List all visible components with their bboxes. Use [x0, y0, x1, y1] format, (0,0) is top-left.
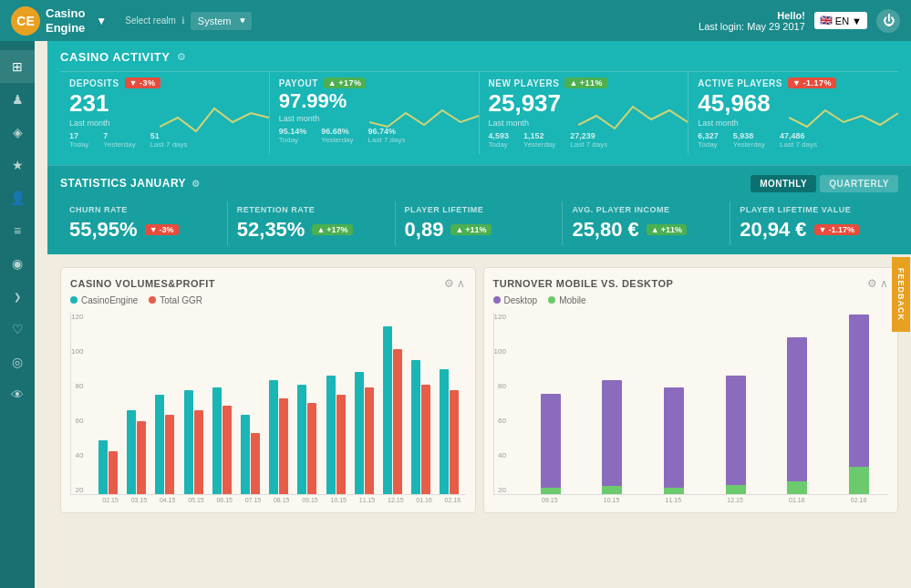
x-label: 09.15: [297, 497, 323, 503]
new-players-today: 4,593 Today: [489, 131, 510, 149]
feedback-tab[interactable]: FEEDBACK: [892, 256, 910, 331]
legend-dot-teal: [70, 296, 78, 304]
bar-green: [849, 467, 869, 494]
lifetime-badge: ▲ +11%: [450, 224, 491, 235]
stat-card-payout: PAYOUT ▲ +17% 97.99% Last month 95.14% T…: [270, 72, 480, 154]
payout-today: 95.14% Today: [279, 127, 307, 144]
new-players-yesterday: 1,152 Yesterday: [523, 131, 555, 149]
bar-red: [421, 385, 430, 494]
bar-group: [127, 410, 152, 494]
power-button[interactable]: ⏻: [876, 9, 900, 33]
sidebar-item-analytics[interactable]: ◉: [0, 247, 35, 280]
flag-icon: 🇬🇧: [820, 15, 833, 26]
sidebar-item-favorites[interactable]: ♡: [0, 313, 35, 346]
metric-avg-income: AVG. PLAYER INCOME 25,80 € ▲ +11%: [563, 201, 730, 245]
bar-purple: [541, 394, 561, 488]
bar-group: [241, 415, 266, 494]
realm-dropdown[interactable]: System: [191, 12, 252, 30]
bar-teal: [297, 385, 306, 494]
bar-red: [109, 451, 118, 494]
nav-right: Hello! Last login: May 29 2017 🇬🇧 EN ▼ ⏻: [699, 9, 900, 33]
bar-red: [137, 421, 146, 494]
realm-select-area: Select realm ℹ System ▼: [125, 12, 251, 30]
retention-badge: ▲ +17%: [312, 224, 352, 235]
bar-purple: [602, 380, 622, 487]
churn-rate-value: 55,95% ▼ -3%: [69, 218, 218, 242]
player-lifetime-value: 0,89 ▲ +11%: [405, 218, 554, 242]
metric-player-lifetime: PLAYER LIFETIME 0,89 ▲ +11%: [396, 201, 564, 245]
bar-stacked: [541, 394, 561, 494]
chart1-controls[interactable]: ⚙ ∧: [444, 277, 465, 290]
x-label: 01.16: [768, 497, 827, 503]
bar-teal: [440, 369, 449, 494]
chart2-controls[interactable]: ⚙ ∧: [867, 277, 888, 290]
x-label: 04.15: [155, 497, 181, 503]
quarterly-button[interactable]: QUARTERLY: [820, 175, 898, 192]
sidebar-item-monitoring[interactable]: ◎: [0, 346, 35, 378]
legend-desktop: Desktop: [493, 295, 538, 305]
deposits-label: DEPOSITS ▼ -3%: [69, 77, 260, 88]
sidebar-item-reports[interactable]: ≡: [0, 214, 35, 247]
legend-casino-engine: CasinoEngine: [70, 295, 138, 305]
realm-wrapper: System ▼: [191, 12, 252, 30]
lang-dropdown-arrow: ▼: [852, 15, 862, 26]
bar-teal: [184, 390, 193, 493]
x-label: 02.16: [829, 497, 888, 503]
logo-dropdown-button[interactable]: ▼: [96, 15, 107, 27]
sidebar-item-expand[interactable]: ❯: [0, 280, 35, 313]
x-label: 07.15: [240, 497, 265, 503]
sidebar-item-promotions[interactable]: ★: [0, 149, 35, 181]
legend-total-ggr: Total GGR: [149, 295, 202, 305]
bar-red: [393, 349, 402, 493]
avg-income-value: 25,80 € ▲ +11%: [572, 218, 720, 242]
bar-group: [768, 313, 827, 494]
statistics-metrics: CHURN RATE 55,95% ▼ -3% RETENTION RATE 5…: [60, 201, 898, 245]
x-label: 11.15: [644, 497, 703, 503]
metric-lifetime-value: PLAYER LIFETIME VALUE 20,94 € ▼ -1.17%: [730, 201, 898, 245]
chart1-x-labels: 02.1503.1504.1505.1506.1507.1508.1509.15…: [70, 497, 466, 503]
payout-yesterday: 96.68% Yesterday: [321, 127, 353, 144]
bar-stacked: [726, 376, 746, 494]
casino-activity-info-icon: ⚙: [177, 51, 186, 63]
deposits-yesterday: 7 Yesterday: [103, 131, 135, 149]
x-label: 09.15: [521, 497, 580, 503]
sidebar-item-players[interactable]: 👤: [0, 181, 35, 214]
sidebar-item-games[interactable]: ♟: [0, 83, 35, 116]
chart-turnover: TURNOVER MOBILE VS. DESKTOP ⚙ ∧ Desktop …: [483, 267, 899, 513]
bar-red: [307, 403, 316, 494]
sidebar-item-dashboard[interactable]: ⊞: [0, 50, 35, 83]
x-label: 05.15: [183, 497, 209, 503]
bar-group: [212, 387, 238, 494]
monthly-button[interactable]: MONTHLY: [751, 175, 816, 192]
main-content: CASINO ACTIVITY ⚙ DEPOSITS ▼ -3% 231 Las…: [47, 41, 911, 588]
bar-teal: [155, 395, 164, 493]
stat-card-deposits: DEPOSITS ▼ -3% 231 Last month 17 Today 7…: [60, 72, 270, 154]
chart1-bars: 120 100 80 60 40 20: [70, 313, 466, 495]
language-button[interactable]: 🇬🇧 EN ▼: [814, 12, 867, 29]
bar-purple: [849, 315, 869, 467]
bar-stacked: [787, 337, 807, 494]
chart2-y-axis: 120 100 80 60 40 20: [494, 313, 509, 494]
retention-rate-value: 52,35% ▲ +17%: [237, 218, 386, 242]
bar-teal: [355, 372, 364, 493]
bar-group: [440, 369, 465, 494]
x-label: 10.15: [326, 497, 351, 503]
bar-teal: [98, 440, 108, 493]
sidebar-item-settings[interactable]: ◈: [0, 116, 35, 149]
bar-stacked: [849, 315, 869, 494]
bar-red: [194, 410, 203, 494]
player-lifetime-label: PLAYER LIFETIME: [405, 205, 554, 214]
churn-badge: ▼ -3%: [145, 224, 179, 235]
active-players-badge: ▼ -1.17%: [788, 77, 836, 88]
bar-green: [602, 486, 622, 493]
chart2-title: TURNOVER MOBILE VS. DESKTOP: [493, 278, 674, 289]
realm-label: Select realm: [125, 15, 176, 26]
bar-red: [450, 390, 459, 493]
active-players-sparkline: [789, 90, 898, 145]
churn-rate-label: CHURN RATE: [69, 205, 218, 214]
avg-income-badge: ▲ +11%: [647, 224, 687, 235]
x-label: 12.15: [706, 497, 765, 503]
chart2-x-labels: 09.1510.1511.1512.1501.1602.16: [493, 497, 889, 503]
sidebar-item-view[interactable]: 👁: [0, 378, 35, 411]
bar-purple: [787, 337, 807, 481]
